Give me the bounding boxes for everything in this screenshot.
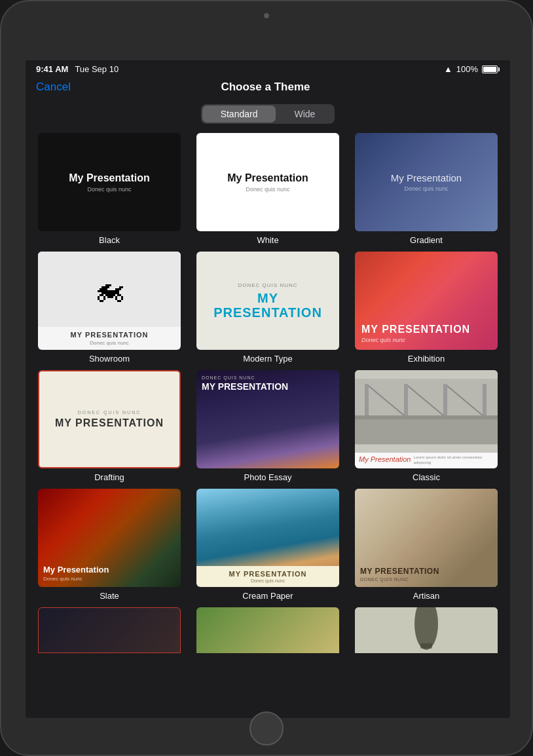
theme-item-classic[interactable]: My Presentation Lorem ipsum dolor sit am… [350,370,502,482]
artisan-title: MY PRESENTATION [360,567,492,576]
theme-thumb-classic: My Presentation Lorem ipsum dolor sit am… [355,370,498,468]
theme-item-modern-type[interactable]: DONEC QUIS NUNC MY PRESENTATION Modern T… [192,252,344,364]
front-camera [264,13,269,18]
battery-percentage: 100% [456,64,478,74]
theme-item-slate[interactable]: My Presentation Donec quis nunc Slate [33,489,185,601]
black-sub: Donec quis nunc [87,186,131,193]
theme-thumb-exhibition: MY PRESENTATION Donec quis nunc [355,252,498,350]
theme-item-drafting[interactable]: DONEC QUIS NUNC MY PRESENTATION Drafting [33,370,185,482]
drafting-title: MY PRESENTATION [55,417,164,429]
theme-label-photo: Photo Essay [244,472,292,482]
slate-title: My Presentation [43,565,175,575]
svg-rect-5 [365,384,369,418]
cancel-button[interactable]: Cancel [36,81,71,94]
theme-item-white[interactable]: My Presentation Donec quis nunc White [192,133,344,245]
theme-thumb-white: My Presentation Donec quis nunc [196,133,339,231]
theme-item-exhibition[interactable]: MY PRESENTATION Donec quis nunc Exhibiti… [350,252,502,364]
theme-grid: My Presentation Donec quis nunc Black My… [33,133,502,653]
status-bar: 9:41 AM Tue Sep 10 ▲ 100% [26,60,510,78]
modern-title: MY PRESENTATION [203,291,333,320]
theme-thumb-partial-2 [196,607,339,653]
theme-thumb-modern: DONEC QUIS NUNC MY PRESENTATION [196,252,339,350]
theme-thumb-drafting: DONEC QUIS NUNC MY PRESENTATION [38,370,181,468]
theme-label-slate: Slate [100,591,119,601]
home-button[interactable] [249,711,284,746]
theme-thumb-photo: DONEC QUIS NUNC MY PRESENTATION [196,370,339,468]
exhibition-sub: Donec quis nunc [361,337,491,343]
theme-item-partial-3[interactable] [350,607,502,653]
theme-label-modern: Modern Type [243,354,293,364]
segment-wide[interactable]: Wide [276,105,333,123]
gradient-sub: Donec quis nunc [404,185,448,192]
status-time: 9:41 AM [36,64,68,74]
theme-item-showroom[interactable]: 🏍 MY PRESENTATION Donec quis nunc Showro… [33,252,185,364]
theme-item-black[interactable]: My Presentation Donec quis nunc Black [33,133,185,245]
theme-label-drafting: Drafting [94,472,124,482]
theme-thumb-slate: My Presentation Donec quis nunc [38,489,181,587]
theme-item-photo-essay[interactable]: DONEC QUIS NUNC MY PRESENTATION Photo Es… [192,370,344,482]
battery-icon [482,66,500,73]
theme-thumb-gradient: My Presentation Donec quis nunc [355,133,498,231]
theme-thumb-partial-3 [355,607,498,653]
showroom-sub: Donec quis nunc [43,340,175,346]
theme-label-white: White [257,235,278,245]
segment-control-wrap: Standard Wide [26,99,510,133]
classic-title: My Presentation [359,455,411,463]
cream-sub: Donec quis nunc [202,578,334,583]
status-date: Tue Sep 10 [75,64,119,74]
svg-rect-6 [404,384,408,418]
segment-standard[interactable]: Standard [202,105,276,123]
modern-small: DONEC QUIS NUNC [238,282,297,288]
svg-rect-7 [443,384,447,418]
theme-item-partial-2[interactable] [192,607,344,653]
theme-label-artisan: Artisan [413,591,439,601]
theme-item-partial-1[interactable] [33,607,185,653]
theme-label-gradient: Gradient [410,235,443,245]
drafting-small: DONEC QUIS NUNC [78,410,141,415]
theme-thumb-cream: MY PRESENTATION Donec quis nunc [196,489,339,587]
page-title: Choose a Theme [221,81,310,94]
theme-label-exhibition: Exhibition [408,354,445,364]
artisan-sub: DONEC QUIS NUNC [360,577,492,582]
slate-sub: Donec quis nunc [43,576,175,582]
white-title: My Presentation [227,172,308,184]
svg-rect-12 [420,643,432,649]
svg-rect-9 [355,415,498,419]
segment-control: Standard Wide [201,104,335,124]
screen: 9:41 AM Tue Sep 10 ▲ 100% Cancel Choose … [26,60,510,718]
theme-thumb-showroom: 🏍 MY PRESENTATION Donec quis nunc [38,252,181,350]
nav-bar: Cancel Choose a Theme [26,78,510,99]
black-title: My Presentation [69,172,150,184]
classic-desc: Lorem ipsum dolor sit amet consectetur a… [413,455,494,466]
theme-thumb-artisan: MY PRESENTATION DONEC QUIS NUNC [355,489,498,587]
exhibition-title: MY PRESENTATION [361,324,491,335]
theme-label-showroom: Showroom [89,354,130,364]
theme-item-cream-paper[interactable]: MY PRESENTATION Donec quis nunc Cream Pa… [192,489,344,601]
theme-item-gradient[interactable]: My Presentation Donec quis nunc Gradient [350,133,502,245]
cream-title: MY PRESENTATION [202,570,334,578]
showroom-image-area: 🏍 [38,252,181,327]
theme-scroll-area[interactable]: My Presentation Donec quis nunc Black My… [26,133,510,718]
showroom-title: MY PRESENTATION [43,331,175,339]
wifi-icon: ▲ [444,64,452,74]
gradient-title: My Presentation [391,172,462,183]
svg-rect-1 [355,418,498,444]
photo-small: DONEC QUIS NUNC [202,375,334,380]
theme-thumb-partial-1 [38,607,181,653]
white-sub: Donec quis nunc [246,186,289,193]
svg-rect-8 [483,384,487,418]
theme-label-cream: Cream Paper [242,591,293,601]
photo-title: MY PRESENTATION [202,381,334,392]
theme-label-black: Black [99,235,120,245]
ipad-device: 9:41 AM Tue Sep 10 ▲ 100% Cancel Choose … [0,0,533,756]
theme-thumb-black: My Presentation Donec quis nunc [38,133,181,231]
theme-label-classic: Classic [413,472,440,482]
theme-item-artisan[interactable]: MY PRESENTATION DONEC QUIS NUNC Artisan [350,489,502,601]
